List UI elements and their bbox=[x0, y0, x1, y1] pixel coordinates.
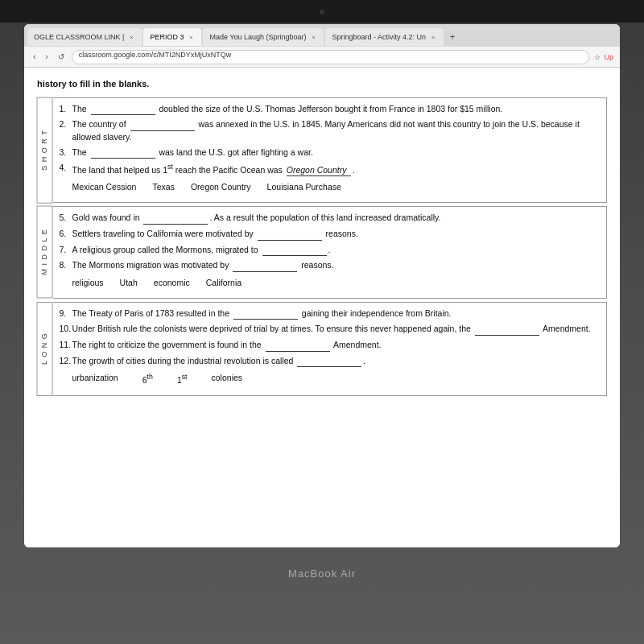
wordbank-item: 1st bbox=[177, 372, 188, 386]
bookmark-area: ☆ Up bbox=[594, 53, 613, 61]
wordbank-item: religious bbox=[72, 277, 104, 290]
wordbank-item: Utah bbox=[120, 277, 138, 290]
webcam bbox=[320, 10, 324, 14]
blank-8[interactable] bbox=[233, 259, 297, 272]
tab-label: OGLE CLASSROOM LINK | bbox=[34, 33, 124, 41]
blank-6[interactable] bbox=[258, 228, 322, 241]
tab-springboard2[interactable]: Springboard - Activity 4.2: Un × bbox=[325, 28, 444, 46]
wordbank-item: Oregon Country bbox=[191, 181, 251, 194]
blank-12[interactable] bbox=[297, 355, 361, 368]
star-icon[interactable]: ☆ bbox=[594, 53, 601, 61]
blank-11[interactable] bbox=[266, 339, 330, 352]
middle-section-content: 5. Gold was found in . As a result the p… bbox=[53, 206, 608, 299]
wordbank-item: colonies bbox=[212, 372, 243, 386]
question-12: 12. The growth of cities during the indu… bbox=[60, 355, 601, 368]
wordbank-item: Mexican Cession bbox=[72, 181, 137, 194]
question-3: 3. The was land the U.S. got after fight… bbox=[60, 147, 601, 159]
question-11: 11. The right to criticize the governmen… bbox=[60, 339, 601, 352]
wordbank-item: urbanization bbox=[72, 372, 118, 386]
wordbank-1: Mexican Cession Texas Oregon Country Lou… bbox=[72, 181, 601, 194]
wordbank-2: religious Utah economic California bbox=[72, 277, 601, 290]
wordbank-item: Texas bbox=[152, 181, 174, 194]
question-5: 5. Gold was found in . As a result the p… bbox=[60, 212, 601, 225]
question-7: 7. A religious group called the Mormons,… bbox=[60, 244, 601, 257]
question-1: 1. The doubled the size of the U.S. Thom… bbox=[60, 103, 601, 116]
back-button[interactable]: ‹ bbox=[31, 52, 38, 62]
question-6: 6. Settlers traveling to California were… bbox=[60, 228, 601, 241]
tab-label: Springboard - Activity 4.2: Un bbox=[332, 33, 426, 41]
refresh-button[interactable]: ↺ bbox=[56, 52, 67, 62]
extension-icon[interactable]: Up bbox=[604, 53, 613, 61]
wordbank-item: Louisiana Purchase bbox=[267, 181, 341, 194]
wordbank-item: 6th bbox=[142, 372, 153, 386]
tab-label: PERIOD 3 bbox=[150, 33, 184, 41]
long-section-label: L O N G bbox=[37, 302, 53, 396]
question-8: 8. The Mormons migration was motivated b… bbox=[60, 259, 601, 272]
tab-period3[interactable]: PERIOD 3 × bbox=[143, 28, 201, 46]
address-input[interactable]: classroom.google.com/c/MTI2NDYxMjUxNTQw bbox=[72, 50, 590, 64]
tab-springboard1[interactable]: Made You Laugh (Springboar) × bbox=[203, 28, 324, 46]
browser-window: OGLE CLASSROOM LINK | × PERIOD 3 × Made … bbox=[24, 24, 620, 547]
tab-label: Made You Laugh (Springboar) bbox=[209, 33, 306, 41]
question-4: 4. The land that helped us 1st reach the… bbox=[60, 162, 601, 176]
short-section-content: 1. The doubled the size of the U.S. Thom… bbox=[53, 97, 608, 204]
short-section-label: S H O R T bbox=[37, 97, 53, 204]
page-header: history to fill in the blanks. bbox=[37, 77, 607, 91]
blank-5[interactable] bbox=[143, 212, 208, 225]
address-bar: ‹ › ↺ classroom.google.com/c/MTI2NDYxMjU… bbox=[24, 47, 620, 68]
tab-close-icon[interactable]: × bbox=[127, 33, 135, 41]
superscript: st bbox=[167, 163, 173, 171]
blank-9[interactable] bbox=[233, 308, 298, 320]
long-section-content: 9. The Treaty of Paris of 1783 resulted … bbox=[53, 302, 608, 396]
wordbank-3: urbanization 6th 1st colonies bbox=[72, 372, 601, 386]
forward-button[interactable]: › bbox=[43, 52, 50, 62]
question-9: 9. The Treaty of Paris of 1783 resulted … bbox=[60, 308, 601, 320]
question-2: 2. The country of was annexed in the U.S… bbox=[60, 118, 601, 142]
tab-close-icon[interactable]: × bbox=[187, 33, 195, 41]
new-tab-button[interactable]: + bbox=[445, 30, 460, 44]
blank-1[interactable] bbox=[91, 103, 155, 116]
page-content: history to fill in the blanks. S H O R T… bbox=[24, 68, 620, 547]
blank-10[interactable] bbox=[475, 323, 539, 336]
question-10: 10. Under British rule the colonists wer… bbox=[60, 323, 601, 336]
blank-7[interactable] bbox=[262, 244, 327, 257]
blank-4[interactable]: Oregon Country bbox=[287, 164, 351, 177]
wordbank-item: California bbox=[206, 277, 242, 290]
tab-close-icon[interactable]: × bbox=[309, 33, 317, 41]
blank-3[interactable] bbox=[91, 147, 155, 159]
tab-bar: OGLE CLASSROOM LINK | × PERIOD 3 × Made … bbox=[24, 24, 620, 47]
blank-2[interactable] bbox=[130, 118, 195, 131]
wordbank-item: economic bbox=[154, 277, 190, 290]
middle-section-label: M I D D L E bbox=[37, 206, 53, 299]
tab-close-icon[interactable]: × bbox=[429, 33, 437, 41]
macbook-label: MacBook Air bbox=[288, 568, 356, 580]
tab-classroom-link[interactable]: OGLE CLASSROOM LINK | × bbox=[27, 28, 142, 46]
